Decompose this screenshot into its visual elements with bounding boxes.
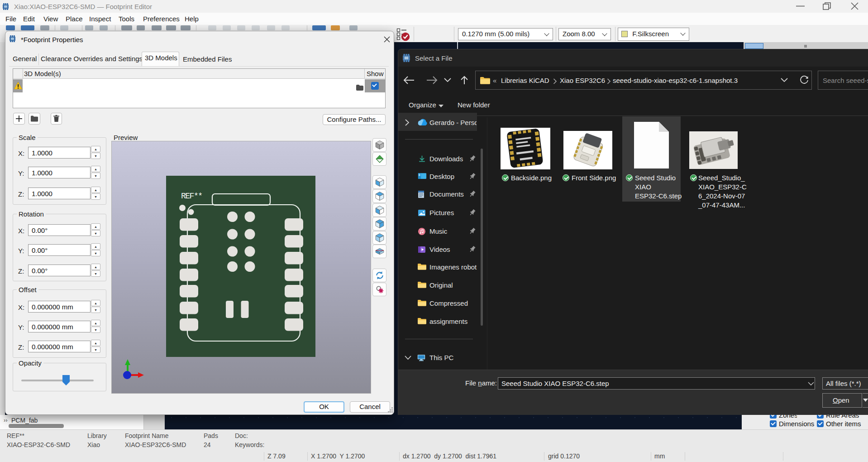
svg-text:REF**: REF** xyxy=(181,192,202,201)
